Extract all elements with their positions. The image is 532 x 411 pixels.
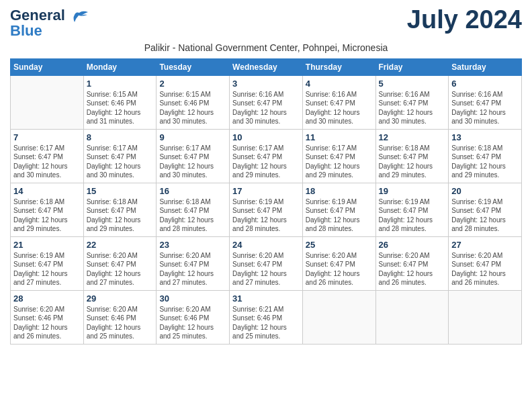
day-number: 21 bbox=[13, 240, 81, 250]
day-info: Sunrise: 6:19 AMSunset: 6:47 PMDaylight:… bbox=[451, 197, 519, 234]
day-info: Sunrise: 6:20 AMSunset: 6:47 PMDaylight:… bbox=[379, 251, 446, 287]
day-number: 13 bbox=[451, 132, 519, 142]
day-number: 18 bbox=[306, 186, 373, 196]
day-info: Sunrise: 6:20 AMSunset: 6:47 PMDaylight:… bbox=[451, 251, 519, 287]
day-number: 16 bbox=[159, 186, 226, 196]
calendar-day-cell: 20Sunrise: 6:19 AMSunset: 6:47 PMDayligh… bbox=[449, 183, 522, 236]
day-number: 28 bbox=[13, 293, 81, 304]
day-info: Sunrise: 6:15 AMSunset: 6:46 PMDaylight:… bbox=[87, 90, 154, 126]
calendar-day-cell: 27Sunrise: 6:20 AMSunset: 6:47 PMDayligh… bbox=[449, 236, 522, 290]
calendar-day-cell: 22Sunrise: 6:20 AMSunset: 6:47 PMDayligh… bbox=[83, 236, 157, 290]
calendar-day-cell bbox=[302, 290, 375, 344]
calendar-day-cell: 15Sunrise: 6:18 AMSunset: 6:47 PMDayligh… bbox=[83, 183, 157, 236]
weekday-header-friday: Friday bbox=[375, 58, 449, 75]
calendar-week-row: 14Sunrise: 6:18 AMSunset: 6:47 PMDayligh… bbox=[11, 183, 522, 236]
calendar-table: SundayMondayTuesdayWednesdayThursdayFrid… bbox=[10, 58, 522, 345]
calendar-day-cell: 19Sunrise: 6:19 AMSunset: 6:47 PMDayligh… bbox=[375, 183, 449, 236]
day-number: 9 bbox=[159, 132, 226, 142]
page-header: General Blue July 2024 bbox=[10, 7, 522, 40]
day-number: 25 bbox=[306, 240, 373, 250]
day-number: 1 bbox=[87, 79, 154, 89]
calendar-day-cell: 17Sunrise: 6:19 AMSunset: 6:47 PMDayligh… bbox=[230, 183, 303, 236]
calendar-subtitle: Palikir - National Government Center, Po… bbox=[10, 42, 522, 53]
logo-bird-icon bbox=[69, 10, 89, 25]
day-info: Sunrise: 6:19 AMSunset: 6:47 PMDaylight:… bbox=[379, 197, 446, 234]
calendar-day-cell: 6Sunrise: 6:16 AMSunset: 6:47 PMDaylight… bbox=[449, 75, 522, 129]
day-number: 12 bbox=[379, 132, 446, 142]
day-number: 6 bbox=[451, 79, 519, 89]
calendar-day-cell: 2Sunrise: 6:15 AMSunset: 6:46 PMDaylight… bbox=[157, 75, 230, 129]
weekday-header-thursday: Thursday bbox=[302, 58, 375, 75]
weekday-header-row: SundayMondayTuesdayWednesdayThursdayFrid… bbox=[11, 58, 522, 75]
calendar-day-cell: 4Sunrise: 6:16 AMSunset: 6:47 PMDaylight… bbox=[302, 75, 375, 129]
day-number: 27 bbox=[451, 240, 519, 250]
calendar-day-cell: 21Sunrise: 6:19 AMSunset: 6:47 PMDayligh… bbox=[11, 236, 84, 290]
day-info: Sunrise: 6:17 AMSunset: 6:47 PMDaylight:… bbox=[306, 144, 373, 180]
day-number: 30 bbox=[159, 293, 226, 304]
day-info: Sunrise: 6:21 AMSunset: 6:46 PMDaylight:… bbox=[232, 305, 300, 341]
day-number: 17 bbox=[232, 186, 300, 196]
day-number: 2 bbox=[159, 79, 226, 89]
calendar-day-cell: 16Sunrise: 6:18 AMSunset: 6:47 PMDayligh… bbox=[157, 183, 230, 236]
calendar-day-cell: 1Sunrise: 6:15 AMSunset: 6:46 PMDaylight… bbox=[83, 75, 157, 129]
month-year-title: July 2024 bbox=[407, 7, 522, 32]
calendar-day-cell bbox=[11, 75, 84, 129]
calendar-day-cell: 18Sunrise: 6:19 AMSunset: 6:47 PMDayligh… bbox=[302, 183, 375, 236]
day-number: 8 bbox=[87, 132, 154, 142]
calendar-day-cell: 29Sunrise: 6:20 AMSunset: 6:46 PMDayligh… bbox=[83, 290, 157, 344]
day-info: Sunrise: 6:18 AMSunset: 6:47 PMDaylight:… bbox=[13, 197, 81, 234]
day-info: Sunrise: 6:20 AMSunset: 6:46 PMDaylight:… bbox=[87, 305, 154, 341]
day-number: 10 bbox=[232, 132, 300, 142]
day-number: 19 bbox=[379, 186, 446, 196]
day-number: 22 bbox=[87, 240, 154, 250]
day-number: 24 bbox=[232, 240, 300, 250]
day-number: 29 bbox=[87, 293, 154, 304]
weekday-header-monday: Monday bbox=[83, 58, 157, 75]
logo-blue-text: Blue bbox=[10, 22, 42, 40]
day-info: Sunrise: 6:20 AMSunset: 6:47 PMDaylight:… bbox=[159, 251, 226, 287]
day-info: Sunrise: 6:17 AMSunset: 6:47 PMDaylight:… bbox=[13, 144, 81, 180]
day-number: 3 bbox=[232, 79, 300, 89]
calendar-day-cell: 5Sunrise: 6:16 AMSunset: 6:47 PMDaylight… bbox=[375, 75, 449, 129]
calendar-day-cell: 3Sunrise: 6:16 AMSunset: 6:47 PMDaylight… bbox=[230, 75, 303, 129]
day-info: Sunrise: 6:20 AMSunset: 6:46 PMDaylight:… bbox=[159, 305, 226, 341]
day-number: 5 bbox=[379, 79, 446, 89]
day-info: Sunrise: 6:16 AMSunset: 6:47 PMDaylight:… bbox=[451, 90, 519, 126]
calendar-day-cell: 14Sunrise: 6:18 AMSunset: 6:47 PMDayligh… bbox=[11, 183, 84, 236]
day-number: 7 bbox=[13, 132, 81, 142]
calendar-day-cell: 25Sunrise: 6:20 AMSunset: 6:47 PMDayligh… bbox=[302, 236, 375, 290]
calendar-week-row: 1Sunrise: 6:15 AMSunset: 6:46 PMDaylight… bbox=[11, 75, 522, 129]
day-number: 14 bbox=[13, 186, 81, 196]
calendar-week-row: 7Sunrise: 6:17 AMSunset: 6:47 PMDaylight… bbox=[11, 129, 522, 183]
calendar-day-cell: 30Sunrise: 6:20 AMSunset: 6:46 PMDayligh… bbox=[157, 290, 230, 344]
day-info: Sunrise: 6:17 AMSunset: 6:47 PMDaylight:… bbox=[159, 144, 226, 180]
calendar-day-cell: 23Sunrise: 6:20 AMSunset: 6:47 PMDayligh… bbox=[157, 236, 230, 290]
weekday-header-tuesday: Tuesday bbox=[157, 58, 230, 75]
calendar-day-cell bbox=[449, 290, 522, 344]
logo: General Blue bbox=[10, 7, 89, 40]
calendar-day-cell: 24Sunrise: 6:20 AMSunset: 6:47 PMDayligh… bbox=[230, 236, 303, 290]
calendar-week-row: 21Sunrise: 6:19 AMSunset: 6:47 PMDayligh… bbox=[11, 236, 522, 290]
day-info: Sunrise: 6:17 AMSunset: 6:47 PMDaylight:… bbox=[87, 144, 154, 180]
day-info: Sunrise: 6:19 AMSunset: 6:47 PMDaylight:… bbox=[13, 251, 81, 287]
day-info: Sunrise: 6:18 AMSunset: 6:47 PMDaylight:… bbox=[451, 144, 519, 180]
day-info: Sunrise: 6:18 AMSunset: 6:47 PMDaylight:… bbox=[379, 144, 446, 180]
calendar-day-cell: 28Sunrise: 6:20 AMSunset: 6:46 PMDayligh… bbox=[11, 290, 84, 344]
day-info: Sunrise: 6:16 AMSunset: 6:47 PMDaylight:… bbox=[379, 90, 446, 126]
calendar-day-cell: 8Sunrise: 6:17 AMSunset: 6:47 PMDaylight… bbox=[83, 129, 157, 183]
calendar-day-cell: 10Sunrise: 6:17 AMSunset: 6:47 PMDayligh… bbox=[230, 129, 303, 183]
calendar-day-cell: 12Sunrise: 6:18 AMSunset: 6:47 PMDayligh… bbox=[375, 129, 449, 183]
calendar-day-cell: 31Sunrise: 6:21 AMSunset: 6:46 PMDayligh… bbox=[230, 290, 303, 344]
day-info: Sunrise: 6:20 AMSunset: 6:47 PMDaylight:… bbox=[232, 251, 300, 287]
day-info: Sunrise: 6:15 AMSunset: 6:46 PMDaylight:… bbox=[159, 90, 226, 126]
calendar-day-cell bbox=[375, 290, 449, 344]
day-info: Sunrise: 6:19 AMSunset: 6:47 PMDaylight:… bbox=[232, 197, 300, 234]
day-number: 23 bbox=[159, 240, 226, 250]
calendar-day-cell: 26Sunrise: 6:20 AMSunset: 6:47 PMDayligh… bbox=[375, 236, 449, 290]
day-info: Sunrise: 6:16 AMSunset: 6:47 PMDaylight:… bbox=[306, 90, 373, 126]
day-info: Sunrise: 6:20 AMSunset: 6:47 PMDaylight:… bbox=[306, 251, 373, 287]
calendar-day-cell: 9Sunrise: 6:17 AMSunset: 6:47 PMDaylight… bbox=[157, 129, 230, 183]
weekday-header-sunday: Sunday bbox=[11, 58, 84, 75]
day-info: Sunrise: 6:18 AMSunset: 6:47 PMDaylight:… bbox=[159, 197, 226, 234]
calendar-week-row: 28Sunrise: 6:20 AMSunset: 6:46 PMDayligh… bbox=[11, 290, 522, 344]
